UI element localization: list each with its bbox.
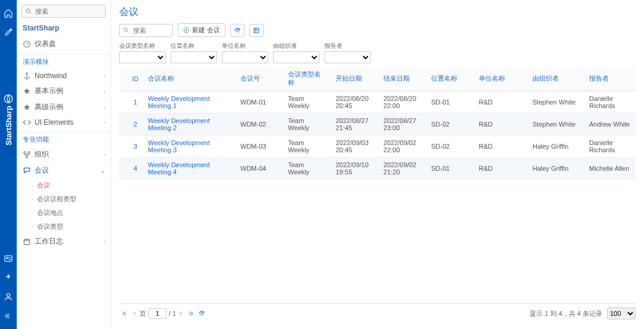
filter-select[interactable] bbox=[222, 51, 268, 63]
sub-meeting[interactable]: 会议 bbox=[17, 179, 110, 192]
col-loc[interactable]: 位置名称 bbox=[426, 67, 474, 91]
cell-id: 4 bbox=[119, 158, 143, 180]
last-page-button[interactable] bbox=[187, 310, 194, 317]
new-button[interactable]: 新建 会议 bbox=[178, 23, 225, 37]
col-id[interactable]: ID bbox=[119, 67, 143, 91]
nav-org[interactable]: 组织› bbox=[17, 146, 110, 162]
svg-point-8 bbox=[28, 151, 30, 153]
sparkle-icon[interactable] bbox=[2, 272, 14, 284]
nav-worklog[interactable]: 工作日志› bbox=[17, 233, 110, 250]
filter-label: 单位名称 bbox=[222, 42, 268, 50]
columns-icon bbox=[253, 27, 260, 34]
nav-ui[interactable]: UI Elements› bbox=[17, 115, 110, 130]
search-icon bbox=[123, 27, 129, 33]
svg-rect-13 bbox=[254, 28, 259, 33]
page-input[interactable] bbox=[148, 308, 166, 319]
cell-type: Team Weekly bbox=[283, 91, 331, 113]
star-icon bbox=[23, 103, 31, 112]
nav-dashboard[interactable]: 仪表盘 bbox=[17, 36, 110, 52]
cell-end: 2022/08/20 22:00 bbox=[379, 91, 426, 113]
col-start[interactable]: 开始日期 bbox=[331, 67, 379, 91]
sidebar-title: StartSharp bbox=[17, 23, 110, 36]
meeting-table: ID 会议名称 会议号 会议类型名称 开始日期 结束日期 位置名称 单位名称 由… bbox=[119, 67, 636, 180]
cell-end: 2022/09/02 22:00 bbox=[379, 136, 426, 158]
col-type[interactable]: 会议类型名称 bbox=[283, 67, 331, 91]
nav-basic[interactable]: 基本示例› bbox=[17, 83, 110, 99]
col-unit[interactable]: 单位名称 bbox=[474, 67, 528, 91]
columns-button[interactable] bbox=[249, 24, 264, 37]
cell-type: Team Weekly bbox=[283, 158, 331, 180]
filter-select[interactable] bbox=[119, 51, 166, 63]
cell-name[interactable]: Weekly Development Meeting 2 bbox=[143, 113, 236, 136]
cell-loc: SD-01 bbox=[426, 91, 474, 113]
table-row[interactable]: 1 Weekly Development Meeting 1 WDM-01 Te… bbox=[119, 91, 636, 113]
cell-rep: Michelle Allen bbox=[584, 158, 636, 180]
collapse-icon[interactable] bbox=[2, 310, 14, 322]
id-card-icon[interactable] bbox=[2, 253, 14, 265]
prev-page-button[interactable] bbox=[132, 310, 138, 316]
cell-end: 2022/09/02 21:20 bbox=[379, 158, 426, 180]
svg-point-6 bbox=[26, 73, 27, 74]
sub-meeting-type[interactable]: 会议类型 bbox=[17, 220, 110, 233]
filter-label: 报告者 bbox=[324, 42, 371, 50]
filter-select[interactable] bbox=[324, 51, 371, 63]
cell-rep: Danielle Richards bbox=[584, 91, 636, 113]
sidebar-search-input[interactable] bbox=[21, 5, 106, 18]
sub-agenda-type[interactable]: 会议议程类型 bbox=[17, 192, 110, 206]
pager-refresh-button[interactable] bbox=[198, 310, 205, 317]
col-num[interactable]: 会议号 bbox=[236, 67, 283, 91]
main-content: 会议 新建 会议 会议类型名称 位置名称 单位名称 由组织者 报告者 ID 会议… bbox=[111, 0, 644, 329]
tools-icon[interactable] bbox=[2, 26, 14, 38]
nav-northwind[interactable]: Northwind› bbox=[17, 69, 110, 83]
cell-id: 1 bbox=[119, 91, 143, 113]
nav-adv[interactable]: 高级示例› bbox=[17, 99, 110, 115]
cell-unit: R&D bbox=[474, 91, 528, 113]
cell-name[interactable]: Weekly Development Meeting 3 bbox=[143, 136, 236, 158]
nav-label: 基本示例 bbox=[35, 86, 63, 96]
col-rep[interactable]: 报告者 bbox=[584, 67, 636, 91]
chevron-right-icon: › bbox=[104, 239, 106, 245]
cell-org: Haley Griffin bbox=[528, 136, 584, 158]
col-end[interactable]: 结束日期 bbox=[379, 67, 426, 91]
nav-meeting[interactable]: 会议⌄ bbox=[17, 162, 110, 179]
table-row[interactable]: 3 Weekly Development Meeting 3 WDM-03 Te… bbox=[119, 136, 636, 158]
search-icon bbox=[25, 8, 32, 15]
home-icon[interactable] bbox=[2, 7, 14, 19]
cell-unit: R&D bbox=[474, 158, 528, 180]
page-label: 页 bbox=[140, 309, 146, 318]
sidebar-search bbox=[21, 5, 106, 18]
cell-loc: SD-02 bbox=[426, 113, 474, 136]
user-icon[interactable] bbox=[2, 291, 14, 303]
svg-point-7 bbox=[24, 151, 26, 153]
col-org[interactable]: 由组织者 bbox=[528, 67, 584, 91]
page-title: 会议 bbox=[119, 6, 636, 19]
chevron-right-icon: › bbox=[104, 104, 106, 110]
page-size-select[interactable]: 100 bbox=[607, 308, 636, 319]
svg-point-4 bbox=[26, 9, 30, 13]
cell-name[interactable]: Weekly Development Meeting 4 bbox=[143, 158, 236, 180]
sub-location[interactable]: 会议地点 bbox=[17, 206, 110, 220]
refresh-button[interactable] bbox=[230, 24, 244, 37]
svg-point-11 bbox=[124, 27, 128, 31]
next-page-button[interactable] bbox=[178, 310, 184, 316]
cell-num: WDM-04 bbox=[236, 158, 283, 180]
nav-dashboard-label: 仪表盘 bbox=[35, 39, 56, 49]
filter-organizer: 由组织者 bbox=[273, 42, 320, 63]
chevron-right-icon: › bbox=[104, 88, 106, 94]
table-row[interactable]: 4 Weekly Development Meeting 4 WDM-04 Te… bbox=[119, 158, 636, 180]
col-name[interactable]: 会议名称 bbox=[143, 67, 236, 91]
table-row[interactable]: 2 Weekly Development Meeting 2 WDM-02 Te… bbox=[119, 113, 636, 136]
pager-info: 显示 1 到 4，共 4 条记录 bbox=[530, 309, 602, 318]
cell-num: WDM-03 bbox=[236, 136, 283, 158]
toolbar: 新建 会议 bbox=[119, 23, 636, 37]
cell-num: WDM-02 bbox=[236, 113, 283, 136]
brand-label: StartSharp bbox=[4, 94, 13, 145]
sidebar: StartSharp 仪表盘 演示模块 Northwind› 基本示例› 高级示… bbox=[17, 0, 111, 329]
first-page-button[interactable] bbox=[121, 310, 128, 317]
cell-name[interactable]: Weekly Development Meeting 1 bbox=[143, 91, 236, 113]
filter-select[interactable] bbox=[171, 51, 217, 63]
cell-unit: R&D bbox=[474, 113, 528, 136]
filter-select[interactable] bbox=[273, 51, 320, 63]
nav-label: 高级示例 bbox=[35, 102, 63, 112]
chevron-right-icon: › bbox=[104, 119, 106, 125]
